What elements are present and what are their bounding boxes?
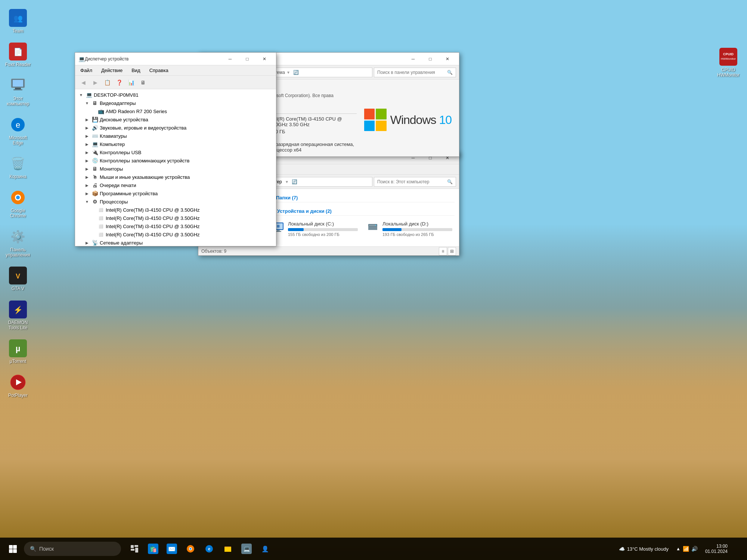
sysinfo-minimize[interactable]: ─ (405, 53, 422, 65)
device-manager-minimize[interactable]: ─ (221, 53, 239, 65)
taskbar-search[interactable]: 🔍 Поиск (24, 542, 121, 556)
taskbar-mail[interactable]: ✉️ (163, 540, 181, 558)
drive-d[interactable]: Локальный диск (D:) 193 ГБ свободно из 2… (365, 219, 455, 239)
toolbar-forward[interactable]: ▶ (90, 77, 100, 88)
device-manager-tree[interactable]: ▼ 💻 DESKTOP-IP0MV81 ▼ 🖥 Видеоадаптеры 📺 … (75, 89, 276, 246)
tree-item-network[interactable]: ▶ 📡 Сетевые адаптеры (83, 239, 275, 246)
expand-sound[interactable]: ▶ (84, 125, 90, 131)
tree-item-video[interactable]: ▼ 🖥 Видеоадаптеры (83, 99, 275, 107)
expand-amd[interactable] (90, 108, 96, 114)
tree-item-print[interactable]: ▶ 🖨 Очереди печати (83, 181, 275, 189)
desktop-icon-team[interactable]: 👥 Team (3, 6, 33, 37)
tree-item-cpu3[interactable]: ⬜ Intel(R) Core(TM) i3-4150 CPU @ 3.50GH… (89, 230, 275, 239)
tree-item-cpu2[interactable]: ⬜ Intel(R) Core(TM) i3-4150 CPU @ 3.50GH… (89, 222, 275, 230)
tree-item-mouse[interactable]: ▶ 🖱 Мыши и иные указывающие устройства (83, 173, 275, 181)
devices-title[interactable]: ▼ Устройства и диски (2) (270, 207, 455, 216)
explorer-refresh[interactable]: 🔄 (292, 179, 297, 184)
tree-item-software[interactable]: ▶ 📦 Программные устройства (83, 189, 275, 197)
tray-wifi[interactable]: 📶 (683, 546, 689, 552)
desktop-icon-cpuid[interactable]: CPUIDHWMonitor CPUIDHWMonitor (713, 45, 743, 81)
view-details[interactable]: ≡ (439, 247, 447, 255)
tree-item-sound[interactable]: ▶ 🔊 Звуковые, игровые и видеоустройства (83, 124, 275, 132)
explorer-search[interactable]: 🔍 (374, 177, 456, 187)
toolbar-view2[interactable]: 📊 (126, 77, 136, 88)
expand-mouse[interactable]: ▶ (84, 174, 90, 180)
sysinfo-search[interactable]: 🔍 (374, 68, 456, 77)
view-tiles[interactable]: ⊞ (448, 247, 456, 255)
sysinfo-close[interactable]: ✕ (439, 53, 456, 65)
sysinfo-maximize[interactable]: □ (422, 53, 439, 65)
mouse-icon: 🖱 (92, 174, 98, 180)
taskbar-app2[interactable]: 💻 (238, 540, 255, 558)
toolbar-properties[interactable]: 🖥 (138, 77, 148, 88)
start-button[interactable] (3, 539, 22, 559)
mail-icon: ✉️ (167, 544, 177, 554)
desktop-icon-utorrent[interactable]: µ µTorrent (3, 336, 33, 367)
explorer-search-input[interactable] (377, 179, 446, 184)
expand-print[interactable]: ▶ (84, 182, 90, 188)
desktop-icon-recycle[interactable]: 🗑️ Корзина (3, 152, 33, 182)
expand-computer[interactable]: ▼ (78, 92, 84, 98)
desktop-icon-edge[interactable]: e Microsoft Edge (3, 113, 33, 149)
device-manager-maximize[interactable]: □ (239, 53, 256, 65)
taskbar-tray: ▲ 📶 🔊 (673, 546, 701, 552)
expand-comp[interactable]: ▶ (84, 141, 90, 147)
taskbar-chrome[interactable] (182, 540, 199, 558)
tree-item-keyboard[interactable]: ▶ ⌨️ Клавиатуры (83, 132, 275, 140)
svg-rect-37 (131, 545, 134, 548)
expand-monitor[interactable]: ▶ (84, 166, 90, 172)
taskbar-person[interactable]: 👤 (256, 540, 274, 558)
taskbar-store[interactable]: 🛍️ (144, 540, 162, 558)
expand-cpu2[interactable] (90, 223, 96, 229)
expand-software[interactable]: ▶ (84, 190, 90, 196)
tree-item-storage[interactable]: ▶ 💿 Контроллеры запоминающих устройств (83, 156, 275, 165)
desktop-icon-foxit[interactable]: 📄 Foxit Reader (3, 40, 33, 70)
expand-keyboard[interactable]: ▶ (84, 133, 90, 139)
desktop-icon-potplayer[interactable]: PotPlayer (3, 370, 33, 401)
toolbar-back[interactable]: ◀ (78, 77, 89, 88)
svg-rect-38 (134, 545, 138, 547)
taskbar-files[interactable] (219, 540, 237, 558)
tree-item-computer[interactable]: ▼ 💻 DESKTOP-IP0MV81 (77, 91, 275, 99)
desktop-icon-thispc[interactable]: Этот компьютер (3, 74, 33, 110)
refresh-btn[interactable]: 🔄 (293, 70, 299, 75)
taskbar-clock[interactable]: 13:00 01.01.2024 (702, 542, 731, 556)
taskbar-taskview[interactable] (125, 540, 143, 558)
tree-item-cpu0[interactable]: ⬜ Intel(R) Core(TM) i3-4150 CPU @ 3.50GH… (89, 206, 275, 214)
expand-disk[interactable]: ▶ (84, 116, 90, 122)
drive-c[interactable]: ⊞ Локальный диск (C:) 155 ГБ свободно из… (270, 219, 360, 239)
expand-cpu3[interactable] (90, 231, 96, 237)
tree-item-amd[interactable]: 📺 AMD Radeon R7 200 Series (89, 107, 275, 115)
taskbar-weather[interactable]: ☁️ 13°C Mostly cloudy (616, 545, 672, 553)
show-desktop[interactable] (732, 539, 744, 559)
tray-speaker[interactable]: 🔊 (691, 546, 698, 552)
tray-caret[interactable]: ▲ (676, 546, 681, 551)
tree-item-cpu1[interactable]: ⬜ Intel(R) Core(TM) i3-4150 CPU @ 3.50GH… (89, 214, 275, 222)
tree-item-proc[interactable]: ▼ ⚙ Процессоры (83, 197, 275, 206)
expand-cpu1[interactable] (90, 215, 96, 221)
tree-item-monitor[interactable]: ▶ 🖥 Мониторы (83, 165, 275, 173)
desktop-icon-chrome[interactable]: Google Chrome (3, 186, 33, 222)
tree-item-comp[interactable]: ▶ 💻 Компьютер (83, 140, 275, 148)
taskbar-edge[interactable]: e (200, 540, 218, 558)
tree-item-disk[interactable]: ▶ 💾 Дисковые устройства (83, 115, 275, 124)
device-manager-close[interactable]: ✕ (256, 53, 273, 65)
expand-network[interactable]: ▶ (84, 240, 90, 246)
toolbar-view1[interactable]: 📋 (102, 77, 112, 88)
menu-view[interactable]: Вид (128, 67, 144, 74)
desktop-icon-daemon[interactable]: ⚡ DAEMON Tools Lite (3, 298, 33, 334)
expand-video[interactable]: ▼ (84, 100, 90, 106)
expand-proc[interactable]: ▼ (84, 199, 90, 205)
desktop-icon-controlpanel[interactable]: ⚙️ Панель управления (3, 225, 33, 261)
expand-usb[interactable]: ▶ (84, 149, 90, 155)
expand-storage[interactable]: ▶ (84, 158, 90, 164)
expand-cpu0[interactable] (90, 207, 96, 213)
folders-title[interactable]: ▶ Папки (7) (270, 193, 455, 202)
menu-action[interactable]: Действие (97, 67, 126, 74)
toolbar-help[interactable]: ❓ (114, 77, 124, 88)
sysinfo-search-input[interactable] (377, 70, 446, 75)
menu-file[interactable]: Файл (77, 67, 96, 74)
tree-item-usb[interactable]: ▶ 🔌 Контроллеры USB (83, 148, 275, 156)
desktop-icon-gta5[interactable]: V GTA V (3, 264, 33, 294)
menu-help[interactable]: Справка (146, 67, 172, 74)
